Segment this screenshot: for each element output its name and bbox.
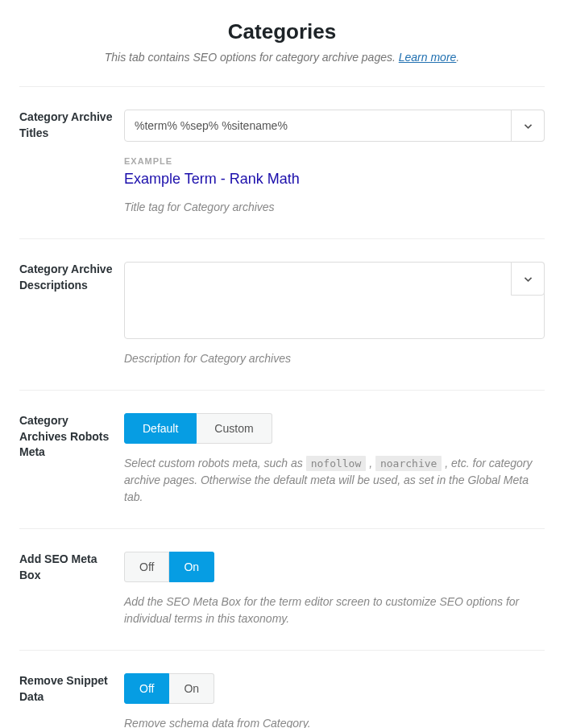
robots-help-pre: Select custom robots meta, such as [124, 457, 306, 469]
archive-titles-input[interactable]: %term% %sep% %sitename% [124, 110, 545, 142]
example-value: Example Term - Rank Math [124, 171, 545, 188]
subtitle-suffix: . [456, 51, 459, 64]
subtitle-text: This tab contains SEO options for catego… [105, 51, 399, 64]
page-title: Categories [19, 19, 545, 44]
remove-snippet-on-button[interactable]: On [169, 673, 214, 704]
seo-meta-box-help: Add the SEO Meta Box for the term editor… [124, 594, 545, 627]
page-subtitle: This tab contains SEO options for catego… [19, 51, 545, 64]
seo-meta-box-off-button[interactable]: Off [124, 552, 169, 582]
archive-titles-variables-button[interactable] [511, 110, 545, 142]
seo-meta-box-toggle: Off On [124, 552, 214, 582]
learn-more-link[interactable]: Learn more [399, 51, 457, 64]
chevron-down-icon [523, 121, 533, 131]
archive-descriptions-help: Description for Category archives [124, 350, 545, 367]
robots-code-noarchive: noarchive [375, 456, 442, 471]
seo-meta-box-label: Add SEO Meta Box [19, 552, 124, 627]
robots-meta-label: Category Archives Robots Meta [19, 413, 124, 506]
remove-snippet-toggle: Off On [124, 673, 214, 704]
robots-code-nofollow: nofollow [306, 456, 367, 471]
robots-meta-custom-button[interactable]: Custom [197, 413, 272, 444]
archive-descriptions-label: Category Archive Descriptions [19, 262, 124, 367]
archive-titles-value: %term% %sep% %sitename% [135, 119, 288, 132]
archive-titles-label: Category Archive Titles [19, 110, 124, 216]
archive-descriptions-input[interactable] [124, 262, 545, 339]
robots-meta-default-button[interactable]: Default [124, 413, 197, 444]
remove-snippet-off-button[interactable]: Off [124, 673, 169, 704]
seo-meta-box-on-button[interactable]: On [169, 552, 214, 582]
example-label: EXAMPLE [124, 156, 545, 166]
chevron-down-icon [523, 274, 533, 284]
robots-meta-toggle: Default Custom [124, 413, 272, 444]
archive-descriptions-variables-button[interactable] [511, 262, 545, 296]
robots-meta-help: Select custom robots meta, such as nofol… [124, 455, 545, 506]
remove-snippet-label: Remove Snippet Data [19, 673, 124, 728]
remove-snippet-help: Remove schema data from Category. [124, 715, 545, 728]
robots-help-mid: , [366, 457, 375, 469]
archive-titles-help: Title tag for Category archives [124, 199, 545, 216]
